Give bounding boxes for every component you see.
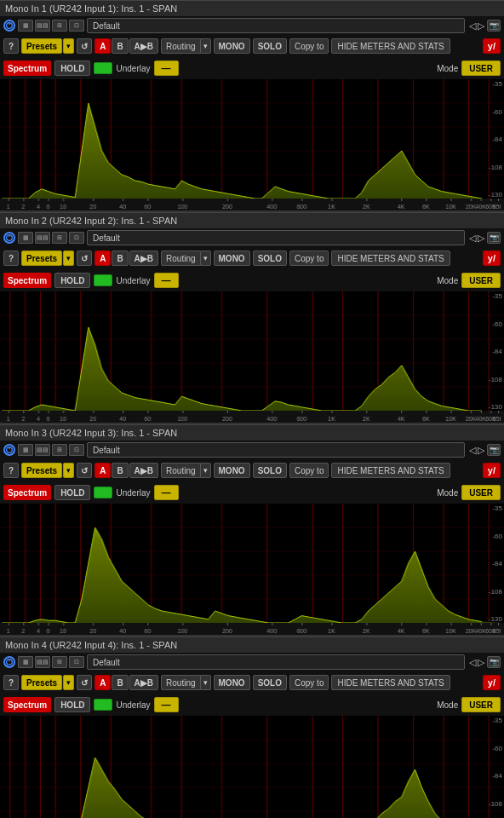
icon-box-3-4[interactable]: ⊞: [52, 656, 67, 668]
routing-btn-2[interactable]: Routing: [161, 251, 200, 266]
routing-arrow-2[interactable]: ▾: [201, 251, 211, 266]
icon-box-4-3[interactable]: ⊡: [69, 444, 84, 456]
icon-box-2-3[interactable]: ▤▤: [35, 444, 50, 456]
ab-ab-btn-3[interactable]: A▶B: [129, 463, 158, 478]
copyto-btn-4[interactable]: Copy to: [289, 675, 329, 690]
hide-btn-3[interactable]: HIDE METERS AND STATS: [331, 463, 450, 478]
hold-btn-3[interactable]: HOLD: [54, 485, 90, 500]
ab-b-btn-3[interactable]: B: [112, 463, 128, 478]
arrow-left-3[interactable]: ◁: [469, 445, 476, 456]
solo-btn-4[interactable]: SOLO: [253, 675, 287, 690]
hide-btn-2[interactable]: HIDE METERS AND STATS: [331, 251, 450, 266]
copyto-btn-2[interactable]: Copy to: [289, 251, 329, 266]
underlay-dash-2[interactable]: —: [154, 273, 179, 288]
refresh-btn-4[interactable]: ↺: [77, 675, 92, 690]
mode-btn-3[interactable]: USER: [461, 485, 501, 500]
arrow-left-4[interactable]: ◁: [469, 657, 476, 668]
mono-btn-3[interactable]: MONO: [214, 463, 250, 478]
mode-btn-2[interactable]: USER: [461, 273, 501, 288]
icon-box-3-2[interactable]: ⊞: [52, 232, 67, 244]
hold-btn-4[interactable]: HOLD: [54, 697, 90, 712]
y-btn-1[interactable]: y/: [483, 38, 501, 54]
copyto-btn-3[interactable]: Copy to: [289, 463, 329, 478]
icon-box-2-4[interactable]: ▤▤: [35, 656, 50, 668]
ab-a-btn-3[interactable]: A: [94, 463, 111, 478]
copyto-btn-1[interactable]: Copy to: [289, 38, 329, 54]
icon-box-3-3[interactable]: ⊞: [52, 444, 67, 456]
camera-icon-3[interactable]: 📷: [487, 444, 501, 456]
presets-btn-1[interactable]: Presets: [21, 38, 62, 54]
ab-ab-btn-2[interactable]: A▶B: [129, 251, 158, 266]
routing-arrow-1[interactable]: ▾: [201, 38, 211, 54]
power-icon-2[interactable]: [3, 232, 15, 244]
ab-b-btn-4[interactable]: B: [112, 675, 128, 690]
hide-btn-4[interactable]: HIDE METERS AND STATS: [331, 675, 450, 690]
underlay-dash-4[interactable]: —: [154, 697, 179, 712]
hold-btn-1[interactable]: HOLD: [54, 60, 90, 76]
question-btn-3[interactable]: ?: [3, 463, 19, 478]
icon-box-4-4[interactable]: ⊡: [69, 656, 84, 668]
power-icon-3[interactable]: [3, 444, 15, 456]
solo-btn-3[interactable]: SOLO: [253, 463, 287, 478]
routing-arrow-4[interactable]: ▾: [201, 675, 211, 690]
hold-btn-2[interactable]: HOLD: [54, 273, 90, 288]
underlay-dash-1[interactable]: —: [154, 60, 179, 76]
icon-box-2-2[interactable]: ▤▤: [35, 232, 50, 244]
routing-btn-4[interactable]: Routing: [161, 675, 200, 690]
solo-btn-2[interactable]: SOLO: [253, 251, 287, 266]
question-btn-4[interactable]: ?: [3, 675, 19, 690]
ab-b-btn-1[interactable]: B: [112, 38, 128, 54]
camera-icon-2[interactable]: 📷: [487, 232, 501, 244]
mono-btn-1[interactable]: MONO: [214, 38, 250, 54]
question-btn-2[interactable]: ?: [3, 251, 19, 266]
ab-ab-btn-1[interactable]: A▶B: [129, 38, 158, 54]
power-icon-1[interactable]: [3, 20, 15, 32]
arrow-right-1[interactable]: ▷: [478, 20, 484, 32]
arrow-left-1[interactable]: ◁: [469, 20, 476, 32]
presets-arrow-1[interactable]: ▾: [63, 38, 74, 54]
y-btn-2[interactable]: y/: [483, 251, 501, 266]
icon-box-1-4[interactable]: ▦: [18, 656, 33, 668]
routing-btn-1[interactable]: Routing: [161, 38, 200, 54]
mode-btn-4[interactable]: USER: [461, 697, 501, 712]
ab-b-btn-2[interactable]: B: [112, 251, 128, 266]
y-btn-4[interactable]: y/: [483, 675, 501, 690]
refresh-btn-2[interactable]: ↺: [77, 251, 92, 266]
presets-arrow-2[interactable]: ▾: [63, 251, 74, 266]
arrow-left-2[interactable]: ◁: [469, 233, 476, 244]
arrow-right-2[interactable]: ▷: [478, 233, 484, 244]
ab-a-btn-4[interactable]: A: [94, 675, 111, 690]
presets-arrow-4[interactable]: ▾: [63, 675, 74, 690]
solo-btn-1[interactable]: SOLO: [253, 38, 287, 54]
icon-box-2-1[interactable]: ▤▤: [35, 20, 50, 32]
icon-box-1-2[interactable]: ▦: [18, 232, 33, 244]
refresh-btn-3[interactable]: ↺: [77, 463, 92, 478]
presets-btn-3[interactable]: Presets: [21, 463, 62, 478]
arrow-right-3[interactable]: ▷: [478, 445, 484, 456]
y-btn-3[interactable]: y/: [483, 463, 501, 478]
refresh-btn-1[interactable]: ↺: [77, 38, 92, 54]
icon-box-4-2[interactable]: ⊡: [69, 232, 84, 244]
icon-box-3-1[interactable]: ⊞: [52, 20, 67, 32]
ab-a-btn-2[interactable]: A: [94, 251, 111, 266]
ab-a-btn-1[interactable]: A: [94, 38, 111, 54]
mono-btn-4[interactable]: MONO: [214, 675, 250, 690]
hide-btn-1[interactable]: HIDE METERS AND STATS: [331, 38, 450, 54]
presets-btn-4[interactable]: Presets: [21, 675, 62, 690]
mono-btn-2[interactable]: MONO: [214, 251, 250, 266]
ab-ab-btn-4[interactable]: A▶B: [129, 675, 158, 690]
icon-box-1-3[interactable]: ▦: [18, 444, 33, 456]
presets-btn-2[interactable]: Presets: [21, 251, 62, 266]
routing-btn-3[interactable]: Routing: [161, 463, 200, 478]
camera-icon-4[interactable]: 📷: [487, 656, 501, 668]
question-btn-1[interactable]: ?: [3, 38, 19, 54]
routing-arrow-3[interactable]: ▾: [201, 463, 211, 478]
mode-btn-1[interactable]: USER: [461, 60, 501, 76]
power-icon-4[interactable]: [3, 656, 15, 668]
icon-box-1-1[interactable]: ▦: [18, 20, 33, 32]
arrow-right-4[interactable]: ▷: [478, 657, 484, 668]
icon-box-4-1[interactable]: ⊡: [69, 20, 84, 32]
camera-icon-1[interactable]: 📷: [487, 20, 501, 32]
underlay-dash-3[interactable]: —: [154, 485, 179, 500]
presets-arrow-3[interactable]: ▾: [63, 463, 74, 478]
